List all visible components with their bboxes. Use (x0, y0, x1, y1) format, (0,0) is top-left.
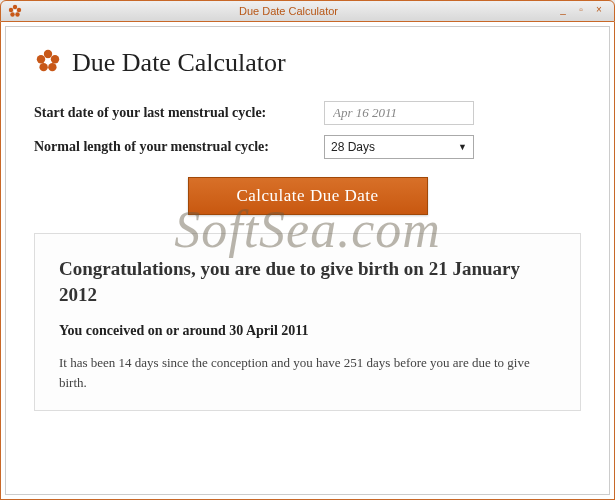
conception-date-text: You conceived on or around 30 April 2011 (59, 323, 556, 339)
close-button[interactable]: × (590, 4, 608, 18)
cycle-length-value: 28 Days (331, 140, 375, 154)
svg-point-9 (39, 63, 47, 71)
content-area: Due Date Calculator Start date of your l… (5, 26, 610, 495)
app-flower-icon (7, 3, 23, 19)
start-date-label: Start date of your last menstrual cycle: (34, 105, 324, 121)
minimize-button[interactable]: _ (554, 4, 572, 18)
chevron-down-icon: ▼ (458, 142, 467, 152)
svg-point-11 (46, 59, 51, 64)
cycle-length-row: Normal length of your menstrual cycle: 2… (34, 135, 581, 159)
svg-point-5 (14, 10, 16, 12)
window-body: Due Date Calculator Start date of your l… (0, 22, 615, 500)
results-panel: Congratulations, you are due to give bir… (34, 233, 581, 411)
window-titlebar: Due Date Calculator _ ▫ × (0, 0, 615, 22)
svg-point-0 (13, 5, 17, 9)
due-date-heading: Congratulations, you are due to give bir… (59, 256, 556, 307)
window-controls: _ ▫ × (554, 4, 608, 18)
cycle-length-select[interactable]: 28 Days ▼ (324, 135, 474, 159)
svg-point-2 (15, 12, 19, 16)
days-remaining-text: It has been 14 days since the conception… (59, 353, 556, 392)
svg-point-3 (10, 12, 14, 16)
svg-point-7 (51, 55, 59, 63)
page-header: Due Date Calculator (34, 47, 581, 79)
maximize-button[interactable]: ▫ (572, 4, 590, 18)
start-date-row: Start date of your last menstrual cycle: (34, 101, 581, 125)
window-title: Due Date Calculator (23, 5, 554, 17)
svg-point-8 (48, 63, 56, 71)
cycle-length-label: Normal length of your menstrual cycle: (34, 139, 324, 155)
svg-point-10 (37, 55, 45, 63)
calculate-button[interactable]: Calculate Due Date (188, 177, 428, 215)
start-date-input[interactable] (324, 101, 474, 125)
flower-icon (34, 47, 62, 79)
svg-point-1 (17, 8, 21, 12)
svg-point-4 (9, 8, 13, 12)
page-title: Due Date Calculator (72, 48, 286, 78)
svg-point-6 (44, 50, 52, 58)
